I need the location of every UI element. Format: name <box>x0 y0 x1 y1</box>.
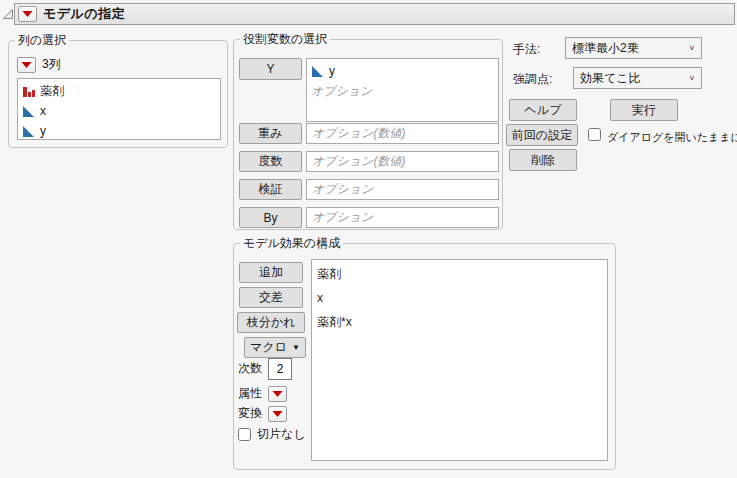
fit-model-dialog: モデルの指定 列の選択 3列 薬剤 x <box>0 0 737 478</box>
transform-menu-icon[interactable] <box>268 406 287 422</box>
button-label: 検証 <box>259 181 283 198</box>
macros-menu-button[interactable]: マクロ ▼ <box>244 337 306 358</box>
degree-row: 次数 <box>238 356 292 381</box>
column-selection-group: 列の選択 3列 薬剤 x <box>8 40 228 148</box>
validation-role-button[interactable]: 検証 <box>239 179 302 200</box>
button-label: 削除 <box>531 152 555 169</box>
y-role-item[interactable]: y <box>307 61 498 81</box>
recall-button[interactable]: 前回の設定 <box>506 124 578 146</box>
cross-effect-button[interactable]: 交差 <box>239 287 303 308</box>
freq-placeholder: オプション(数値) <box>312 153 405 170</box>
button-label: 実行 <box>632 102 656 119</box>
y-roles-listbox[interactable]: y オプション <box>306 58 499 122</box>
help-button[interactable]: ヘルプ <box>509 99 577 121</box>
group-title: 役割変数の選択 <box>240 32 330 46</box>
button-label: 前回の設定 <box>512 127 572 144</box>
degree-input[interactable] <box>268 358 292 380</box>
chevron-down-icon: ∨ <box>688 44 695 52</box>
column-name: x <box>40 104 46 118</box>
transform-label: 変換 <box>238 405 262 422</box>
y-role-button[interactable]: Y <box>239 58 302 80</box>
run-button[interactable]: 実行 <box>610 99 678 121</box>
column-name: y <box>40 124 46 138</box>
role-variables-group: 役割変数の選択 Y y オプション 重み オプション(数値) 度数 オプション(… <box>233 39 503 230</box>
freq-role-button[interactable]: 度数 <box>239 151 302 172</box>
emphasis-value: 効果てこ比 <box>580 70 641 87</box>
red-triangle-icon <box>22 10 33 18</box>
model-effects-group: モデル効果の構成 追加 交差 枝分かれ マクロ ▼ 次数 属性 変換 切片なし <box>233 243 616 470</box>
red-triangle-icon <box>272 410 283 418</box>
effect-name: 薬剤*x <box>317 314 352 331</box>
column-item[interactable]: 薬剤 <box>18 81 220 101</box>
effect-item[interactable]: 薬剤*x <box>312 310 607 334</box>
title-bar: モデルの指定 <box>14 3 735 25</box>
nest-effect-button[interactable]: 枝分かれ <box>237 312 305 333</box>
effect-name: 薬剤 <box>317 266 341 283</box>
column-name: 薬剤 <box>40 83 64 100</box>
keep-dialog-open-label: ダイアログを開いたままにする <box>607 130 737 145</box>
red-triangle-icon <box>272 390 283 398</box>
degree-label: 次数 <box>238 360 262 377</box>
effect-item[interactable]: 薬剤 <box>312 262 607 286</box>
columns-menu-icon[interactable] <box>17 57 36 73</box>
validation-role-field[interactable]: オプション <box>306 179 499 200</box>
role-item-name: y <box>329 64 335 78</box>
y-placeholder: オプション <box>311 83 372 100</box>
continuous-triangle-icon <box>22 105 35 118</box>
freq-role-field[interactable]: オプション(数値) <box>306 151 499 172</box>
weight-placeholder: オプション(数値) <box>312 125 405 142</box>
button-label: By <box>263 211 277 225</box>
emphasis-select[interactable]: 効果てこ比 ∨ <box>573 67 702 89</box>
model-spec-menu-icon[interactable] <box>18 6 37 22</box>
button-label: 交差 <box>259 289 283 306</box>
by-role-button[interactable]: By <box>239 207 302 228</box>
attributes-row: 属性 <box>238 385 287 402</box>
red-triangle-icon <box>21 61 32 69</box>
method-label: 手法: <box>513 41 540 58</box>
no-intercept-label: 切片なし <box>257 426 306 443</box>
no-intercept-checkbox[interactable] <box>238 428 251 441</box>
validation-placeholder: オプション <box>312 181 373 198</box>
model-effects-listbox[interactable]: 薬剤 x 薬剤*x <box>311 259 608 461</box>
column-item[interactable]: y <box>18 121 220 140</box>
column-item[interactable]: x <box>18 101 220 121</box>
remove-button[interactable]: 削除 <box>509 149 577 171</box>
button-label: Y <box>266 62 274 76</box>
by-role-field[interactable]: オプション <box>306 207 499 228</box>
effect-name: x <box>317 291 323 305</box>
attributes-menu-icon[interactable] <box>268 386 287 402</box>
continuous-triangle-icon <box>311 65 324 78</box>
weight-role-button[interactable]: 重み <box>239 123 302 144</box>
button-label: 度数 <box>259 153 283 170</box>
chevron-down-icon: ∨ <box>688 74 695 82</box>
button-label: 重み <box>258 125 282 142</box>
disclosure-open-icon[interactable] <box>2 8 14 20</box>
group-title: モデル効果の構成 <box>240 236 343 250</box>
group-title: 列の選択 <box>15 33 69 47</box>
dropdown-arrow-icon: ▼ <box>292 343 300 352</box>
method-select[interactable]: 標準最小2乗 ∨ <box>565 37 702 59</box>
button-label: マクロ <box>250 339 287 356</box>
emphasis-label: 強調点: <box>513 71 552 88</box>
method-value: 標準最小2乗 <box>572 40 639 57</box>
effect-item[interactable]: x <box>312 286 607 310</box>
transform-row: 変換 <box>238 405 287 422</box>
columns-count-label: 3列 <box>42 56 61 73</box>
no-intercept-row: 切片なし <box>238 426 306 443</box>
add-effect-button[interactable]: 追加 <box>239 262 303 283</box>
button-label: ヘルプ <box>525 102 562 119</box>
page-title: モデルの指定 <box>43 5 125 23</box>
button-label: 枝分かれ <box>247 314 296 331</box>
columns-count-row: 3列 <box>17 56 61 73</box>
button-label: 追加 <box>259 264 283 281</box>
weight-role-field[interactable]: オプション(数値) <box>306 123 499 144</box>
nominal-bars-icon <box>22 85 35 98</box>
keep-dialog-open-checkbox[interactable] <box>588 128 601 141</box>
continuous-triangle-icon <box>22 125 35 138</box>
by-placeholder: オプション <box>312 209 373 226</box>
attributes-label: 属性 <box>238 385 262 402</box>
columns-listbox[interactable]: 薬剤 x y <box>17 78 221 140</box>
